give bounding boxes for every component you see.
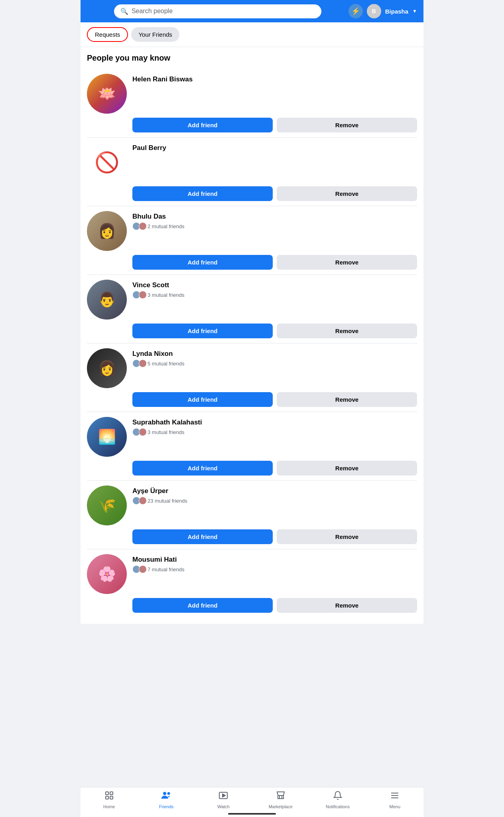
remove-button[interactable]: Remove	[277, 324, 417, 338]
mutual-avatars	[132, 359, 145, 367]
add-friend-button[interactable]: Add friend	[132, 118, 273, 132]
person-info: Bhulu Das 2 mutual friends	[132, 211, 417, 230]
nav-marketplace[interactable]: Marketplace	[269, 791, 293, 809]
person-name: Ayşe Ürper	[132, 487, 417, 495]
remove-button[interactable]: Remove	[277, 598, 417, 613]
people-list: 🪷 Helen Rani Biswas Add friend Remove 🚫 …	[87, 69, 417, 618]
avatar[interactable]: B	[367, 4, 381, 18]
mutual-avatars	[132, 291, 145, 299]
person-name: Helen Rani Biswas	[132, 75, 417, 83]
search-placeholder: Search people	[132, 8, 315, 15]
dropdown-arrow-icon[interactable]: ▼	[412, 8, 417, 14]
add-friend-button[interactable]: Add friend	[132, 186, 273, 201]
remove-button[interactable]: Remove	[277, 118, 417, 132]
person-name: Bhulu Das	[132, 213, 417, 221]
messenger-button[interactable]: ⚡	[348, 4, 363, 18]
marketplace-icon	[276, 791, 285, 803]
mutual-count: 3 mutual friends	[148, 429, 185, 435]
person-actions: Add friend Remove	[132, 529, 417, 544]
person-avatar: 👩	[87, 348, 127, 388]
main-content: People you may know 🪷 Helen Rani Biswas …	[81, 47, 423, 624]
tab-your-friends[interactable]: Your Friends	[131, 27, 179, 42]
mutual-avatar-2	[139, 359, 147, 367]
person-avatar: 🌅	[87, 417, 127, 457]
person-actions: Add friend Remove	[132, 598, 417, 613]
person-actions: Add friend Remove	[132, 255, 417, 270]
person-avatar: 🌾	[87, 485, 127, 525]
tabs-bar: Requests Your Friends	[81, 22, 423, 47]
home-indicator	[228, 813, 276, 815]
mutual-friends: 2 mutual friends	[132, 222, 417, 230]
add-friend-button[interactable]: Add friend	[132, 529, 273, 544]
list-item: 🪷 Helen Rani Biswas Add friend Remove	[87, 69, 417, 138]
mutual-avatars	[132, 428, 145, 436]
person-name: Mousumi Hati	[132, 556, 417, 564]
remove-button[interactable]: Remove	[277, 186, 417, 201]
nav-watch[interactable]: Watch	[211, 791, 235, 809]
person-top: 🚫 Paul Berry	[87, 142, 417, 182]
mutual-avatars	[132, 222, 145, 230]
person-top: 🌸 Mousumi Hati 7 mutual friends	[87, 554, 417, 594]
svg-marker-7	[222, 794, 225, 797]
svg-rect-3	[110, 796, 113, 799]
person-actions: Add friend Remove	[132, 118, 417, 132]
mutual-count: 5 mutual friends	[148, 361, 185, 367]
person-top: 👩 Lynda Nixon 5 mutual friends	[87, 348, 417, 388]
nav-home[interactable]: Home	[97, 791, 121, 809]
nav-notifications[interactable]: Notifications	[326, 791, 350, 809]
mutual-avatar-2	[139, 565, 147, 573]
mutual-friends: 7 mutual friends	[132, 565, 417, 573]
nav-menu[interactable]: Menu	[383, 791, 407, 809]
home-icon	[104, 791, 114, 803]
marketplace-label: Marketplace	[269, 804, 293, 809]
nav-friends[interactable]: Friends	[154, 791, 178, 809]
person-actions: Add friend Remove	[132, 186, 417, 201]
list-item: 🌾 Ayşe Ürper 23 mutual friends Add frien…	[87, 481, 417, 549]
watch-label: Watch	[217, 804, 230, 809]
person-actions: Add friend Remove	[132, 324, 417, 338]
friends-label: Friends	[159, 804, 174, 809]
mutual-count: 3 mutual friends	[148, 292, 185, 298]
person-name: Suprabhath Kalahasti	[132, 418, 417, 426]
mutual-count: 2 mutual friends	[148, 223, 185, 229]
person-name: Lynda Nixon	[132, 350, 417, 358]
list-item: 👩 Lynda Nixon 5 mutual friends Add frien…	[87, 343, 417, 412]
person-info: Lynda Nixon 5 mutual friends	[132, 348, 417, 367]
mutual-friends: 5 mutual friends	[132, 359, 417, 367]
svg-rect-2	[106, 796, 108, 799]
add-friend-button[interactable]: Add friend	[132, 598, 273, 613]
search-bar[interactable]: 🔍 Search people	[114, 4, 321, 18]
mutual-friends: 23 mutual friends	[132, 497, 417, 505]
remove-button[interactable]: Remove	[277, 529, 417, 544]
mutual-avatar-2	[139, 222, 147, 230]
person-info: Mousumi Hati 7 mutual friends	[132, 554, 417, 573]
add-friend-button[interactable]: Add friend	[132, 392, 273, 407]
svg-rect-1	[110, 792, 113, 795]
person-actions: Add friend Remove	[132, 461, 417, 476]
mutual-friends: 3 mutual friends	[132, 291, 417, 299]
tab-requests[interactable]: Requests	[87, 27, 128, 42]
search-icon: 🔍	[120, 8, 128, 15]
username-label: Bipasha	[385, 8, 408, 15]
person-avatar: 🌸	[87, 554, 127, 594]
remove-button[interactable]: Remove	[277, 461, 417, 476]
add-friend-button[interactable]: Add friend	[132, 324, 273, 338]
add-friend-button[interactable]: Add friend	[132, 461, 273, 476]
person-avatar: 👩	[87, 211, 127, 251]
person-top: 👩 Bhulu Das 2 mutual friends	[87, 211, 417, 251]
add-friend-button[interactable]: Add friend	[132, 255, 273, 270]
list-item: 🌅 Suprabhath Kalahasti 3 mutual friends …	[87, 412, 417, 481]
home-label: Home	[103, 804, 115, 809]
person-top: 🌾 Ayşe Ürper 23 mutual friends	[87, 485, 417, 525]
person-avatar: 🪷	[87, 74, 127, 114]
remove-button[interactable]: Remove	[277, 392, 417, 407]
mutual-friends: 3 mutual friends	[132, 428, 417, 436]
remove-button[interactable]: Remove	[277, 255, 417, 270]
mutual-avatars	[132, 497, 145, 505]
person-actions: Add friend Remove	[132, 392, 417, 407]
mutual-avatar-2	[139, 497, 147, 505]
messenger-icon: ⚡	[351, 7, 360, 16]
bottom-nav: Home Friends Watch	[81, 787, 423, 817]
header-right: ⚡ B Bipasha ▼	[348, 4, 417, 18]
list-item: 🌸 Mousumi Hati 7 mutual friends Add frie…	[87, 549, 417, 618]
